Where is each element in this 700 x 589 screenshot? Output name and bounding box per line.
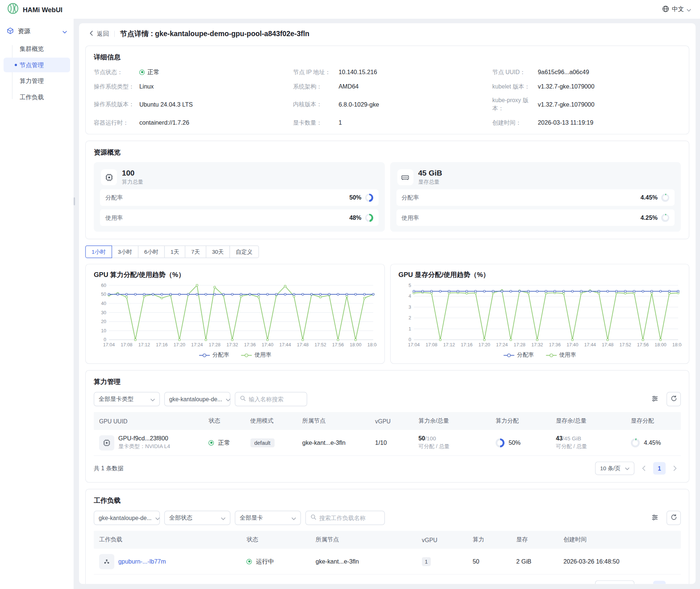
allocation-rate-row: 分配率 4.45% bbox=[396, 190, 675, 206]
refresh-button[interactable] bbox=[666, 392, 681, 406]
section-title: 资源概览 bbox=[94, 148, 681, 157]
sidebar-item-compute-management[interactable]: 算力管理 bbox=[4, 74, 70, 89]
legend-item[interactable]: 使用率 bbox=[241, 351, 271, 359]
back-label: 返回 bbox=[97, 30, 109, 38]
sidebar-item-workloads[interactable]: 工作负载 bbox=[4, 90, 70, 104]
tab-3h[interactable]: 3小时 bbox=[112, 246, 139, 258]
next-page-button[interactable] bbox=[669, 463, 681, 474]
detail-field: kubelet 版本：v1.32.7-gke.1079000 bbox=[492, 82, 681, 91]
table-row[interactable]: GPU-f9cd...23f800 显卡类型：NVIDIA L4 正常 defa… bbox=[94, 430, 681, 456]
detail-field: 操作系统版本：Ubuntu 24.04.3 LTS bbox=[94, 96, 282, 112]
svg-text:17:56: 17:56 bbox=[637, 342, 649, 348]
node-select[interactable]: gke-kantaloupe-de... bbox=[164, 392, 230, 406]
page-number-1[interactable]: 1 bbox=[653, 581, 666, 584]
workload-created: 2026-03-26 16:48:50 bbox=[558, 555, 681, 569]
workload-node-select[interactable]: gke-kantaloupe-de... bbox=[94, 511, 160, 525]
legend-item[interactable]: 分配率 bbox=[503, 351, 534, 359]
legend-item[interactable]: 分配率 bbox=[198, 351, 229, 359]
tab-30d[interactable]: 30天 bbox=[206, 246, 230, 258]
chevron-down-icon bbox=[226, 396, 230, 403]
compute-trend-chart[interactable]: 010203040506017:0417:0817:1217:1617:2017… bbox=[94, 283, 376, 351]
workload-status-select[interactable]: 全部状态 bbox=[164, 511, 230, 525]
compute-total-value: 100 bbox=[122, 169, 143, 178]
page-size-select[interactable]: 10 条/页 bbox=[595, 462, 635, 475]
shell: 资源 集群概览 节点管理 算力管理 工作负载 返回 bbox=[0, 19, 700, 589]
app-root: HAMi WebUI 中文 资源 集群概览 节点管理 算力管理 工作负载 bbox=[0, 0, 700, 589]
mode-badge: default bbox=[250, 439, 274, 447]
section-title: 详细信息 bbox=[94, 53, 681, 62]
svg-text:17:04: 17:04 bbox=[103, 342, 115, 348]
chevron-down-icon bbox=[155, 515, 160, 522]
workload-compute: 50 bbox=[467, 555, 511, 569]
workload-card-select[interactable]: 全部显卡 bbox=[235, 511, 301, 525]
chevron-down-icon bbox=[62, 28, 67, 35]
svg-text:17:40: 17:40 bbox=[566, 342, 578, 348]
svg-text:40: 40 bbox=[101, 301, 106, 306]
refresh-button[interactable] bbox=[666, 511, 681, 525]
sidebar-menu: 集群概览 节点管理 算力管理 工作负载 bbox=[0, 42, 74, 105]
tab-7d[interactable]: 7天 bbox=[185, 246, 206, 258]
svg-text:17:16: 17:16 bbox=[461, 342, 472, 348]
svg-text:17:20: 17:20 bbox=[478, 342, 490, 348]
prev-page-button[interactable] bbox=[638, 582, 649, 584]
column-settings-button[interactable] bbox=[648, 511, 662, 525]
detail-field: 节点状态：正常 bbox=[94, 68, 282, 76]
prev-page-button[interactable] bbox=[638, 463, 649, 474]
workload-table: 工作负载 状态 所属节点 vGPU 算力 显存 创建时间 gpuburn-...… bbox=[94, 531, 681, 584]
next-page-button[interactable] bbox=[669, 582, 681, 584]
svg-text:17:36: 17:36 bbox=[244, 342, 256, 348]
gpu-search-input[interactable] bbox=[249, 396, 302, 403]
pagination: 10 条/页 1 bbox=[595, 581, 681, 584]
sidebar-item-label: 节点管理 bbox=[20, 61, 44, 69]
page-card: 返回 节点详情 : gke-kantaloupe-demo-gpu-pool-a… bbox=[79, 23, 696, 584]
svg-text:17:52: 17:52 bbox=[315, 342, 326, 348]
workload-filters: gke-kantaloupe-de... 全部状态 全部显卡 bbox=[94, 511, 681, 525]
svg-text:18:00: 18:00 bbox=[350, 342, 361, 348]
memory-total-panel: 45 GiB 显存总量 分配率 4.45% 使用率 4.25% bbox=[390, 162, 681, 232]
workload-name-link[interactable]: gpuburn-...-lb77m bbox=[118, 558, 166, 565]
workload-search-input[interactable] bbox=[319, 515, 380, 522]
svg-text:3: 3 bbox=[408, 304, 411, 310]
gpu-type-select[interactable]: 全部显卡类型 bbox=[94, 392, 160, 406]
detail-field: 操作系统类型：Linux bbox=[94, 82, 282, 91]
legend-item[interactable]: 使用率 bbox=[545, 351, 576, 359]
tab-6h[interactable]: 6小时 bbox=[138, 246, 165, 258]
tab-1h[interactable]: 1小时 bbox=[85, 246, 112, 258]
sidebar-item-node-management[interactable]: 节点管理 bbox=[4, 58, 70, 72]
sidebar-resize-handle[interactable] bbox=[74, 197, 75, 205]
svg-text:30: 30 bbox=[101, 310, 106, 315]
tab-1d[interactable]: 1天 bbox=[164, 246, 185, 258]
svg-text:17:12: 17:12 bbox=[138, 342, 150, 348]
chart-title: GPU 算力分配/使用趋势（%） bbox=[94, 271, 376, 279]
detail-grid: 节点状态：正常 节点 IP 地址：10.140.15.216 节点 UUID：9… bbox=[94, 68, 681, 127]
status-ok-icon bbox=[139, 69, 145, 75]
memory-trend-chart[interactable]: 01234517:0417:0817:1217:1617:2017:2417:2… bbox=[398, 283, 681, 351]
allocation-rate-row: 分配率 50% bbox=[100, 190, 378, 206]
watermelon-logo-icon bbox=[7, 3, 18, 16]
sidebar: 资源 集群概览 节点管理 算力管理 工作负载 bbox=[0, 19, 74, 589]
column-settings-button[interactable] bbox=[648, 392, 662, 406]
total-count: 共 1 条数据 bbox=[94, 583, 123, 584]
detail-field: 显卡数量：1 bbox=[293, 118, 481, 127]
svg-text:17:08: 17:08 bbox=[425, 342, 437, 348]
gpu-uuid: GPU-f9cd...23f800 bbox=[118, 435, 170, 441]
page-number-1[interactable]: 1 bbox=[653, 462, 666, 475]
svg-text:17:24: 17:24 bbox=[496, 342, 508, 348]
usage-rate-row: 使用率 48% bbox=[100, 209, 378, 226]
tab-custom[interactable]: 自定义 bbox=[229, 246, 259, 258]
workload-node: gke-kant...e-3fln bbox=[310, 555, 416, 569]
svg-text:17:40: 17:40 bbox=[261, 342, 273, 348]
sidebar-item-cluster-overview[interactable]: 集群概览 bbox=[4, 42, 70, 56]
page-title: 节点详情 : gke-kantaloupe-demo-gpu-pool-a843… bbox=[120, 29, 309, 38]
table-footer: 共 1 条数据 10 条/页 1 bbox=[94, 581, 681, 584]
language-selector[interactable]: 中文 bbox=[662, 5, 691, 14]
back-button[interactable]: 返回 bbox=[88, 30, 109, 38]
svg-text:18:04: 18:04 bbox=[672, 342, 682, 348]
table-row[interactable]: gpuburn-...-lb77m 运行中 gke-kant...e-3fln … bbox=[94, 549, 681, 575]
page-size-select[interactable]: 10 条/页 bbox=[595, 581, 635, 584]
chevron-down-icon bbox=[221, 515, 225, 522]
svg-text:0: 0 bbox=[408, 337, 411, 343]
mem-free: 43 bbox=[556, 435, 562, 441]
svg-text:17:52: 17:52 bbox=[619, 342, 631, 348]
sidebar-group-resources[interactable]: 资源 bbox=[0, 22, 74, 40]
